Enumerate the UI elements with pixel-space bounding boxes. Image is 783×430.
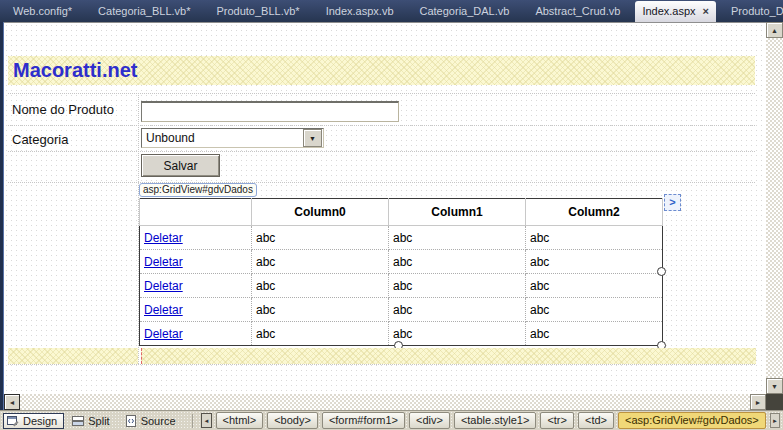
product-name-label: Nome do Produto — [12, 102, 114, 117]
scroll-right-icon[interactable]: ► — [750, 394, 766, 410]
document-tab-bar: Web.config* Categoria_BLL.vb* Produto_BL… — [0, 0, 783, 22]
table-row-divider — [8, 125, 755, 126]
tab-produto-bll[interactable]: Produto_BLL.vb* — [212, 1, 303, 22]
scroll-down-icon[interactable]: ▼ — [766, 378, 783, 394]
breadcrumb-form[interactable]: <form#form1> — [322, 412, 405, 429]
divider — [192, 414, 193, 428]
table-row-divider — [8, 151, 755, 152]
breadcrumb-td[interactable]: <td> — [578, 412, 614, 429]
design-view-label: Design — [23, 415, 57, 427]
table-row: Deletar abc abc abc — [140, 250, 663, 274]
footer-band-right — [141, 348, 756, 364]
design-surface[interactable]: Macoratti.net Nome do Produto Categoria … — [4, 22, 766, 394]
product-name-input[interactable] — [141, 101, 399, 122]
grid-cell: abc — [526, 226, 663, 250]
smart-tag-button[interactable]: > — [664, 194, 681, 211]
breadcrumb-scroll-right-icon[interactable]: ► — [770, 413, 780, 428]
delete-link[interactable]: Deletar — [144, 279, 183, 293]
grid-cell: abc — [389, 274, 526, 298]
resize-handle-middle-right[interactable] — [657, 267, 666, 276]
horizontal-scrollbar[interactable]: ◄ ► — [4, 394, 766, 410]
chevron-down-icon[interactable]: ▼ — [303, 129, 322, 147]
scrollbar-corner — [766, 394, 783, 410]
delete-link[interactable]: Deletar — [144, 327, 183, 341]
grid-cell: abc — [252, 250, 389, 274]
breadcrumb-scroll-left-icon[interactable]: ◄ — [201, 413, 211, 428]
table-row-divider — [8, 182, 755, 183]
table-row: Deletar abc abc abc — [140, 298, 663, 322]
design-view-button[interactable]: Design — [3, 413, 64, 429]
breadcrumb-gridview-selected[interactable]: <asp:GridView#gdvDados> — [618, 412, 766, 429]
page-title: Macoratti.net — [13, 59, 137, 82]
grid-cell: abc — [252, 274, 389, 298]
tab-index-aspx-active[interactable]: Index.aspx × — [635, 1, 716, 22]
split-view-label: Split — [88, 415, 109, 427]
breadcrumb-html[interactable]: <html> — [216, 412, 264, 429]
tab-produto-dal[interactable]: Produto_DAL.vb — [727, 1, 783, 22]
breadcrumb-body[interactable]: <body> — [267, 412, 318, 429]
grid-cell: abc — [389, 226, 526, 250]
save-button[interactable]: Salvar — [141, 154, 220, 177]
footer-band-left — [8, 348, 138, 364]
grid-cell: abc — [252, 226, 389, 250]
breadcrumb-div[interactable]: <div> — [409, 412, 450, 429]
tab-label: Index.aspx — [642, 1, 695, 22]
vertical-scrollbar[interactable]: ▲ ▼ — [766, 22, 783, 394]
breadcrumb-tr[interactable]: <tr> — [540, 412, 574, 429]
tab-web-config[interactable]: Web.config* — [9, 1, 76, 22]
delete-link[interactable]: Deletar — [144, 255, 183, 269]
split-icon — [72, 415, 84, 427]
tab-categoria-dal[interactable]: Categoria_DAL.vb — [416, 1, 514, 22]
grid-cell: abc — [526, 274, 663, 298]
grid-cell: abc — [526, 250, 663, 274]
grid-cell: abc — [526, 298, 663, 322]
grid-cell: abc — [252, 298, 389, 322]
grid-column-header: Column1 — [389, 199, 526, 226]
table-row: Deletar abc abc abc — [140, 274, 663, 298]
grid-cell: abc — [252, 322, 389, 346]
category-dropdown[interactable]: Unbound ▼ — [141, 128, 324, 148]
grid-cell: abc — [389, 322, 526, 346]
tab-index-aspx-vb[interactable]: Index.aspx.vb — [322, 1, 398, 22]
grid-cell: abc — [389, 250, 526, 274]
gridview-control-tag[interactable]: asp:GridView#gdvDados — [139, 183, 257, 197]
scroll-up-icon[interactable]: ▲ — [766, 22, 783, 38]
category-label: Categoria — [12, 132, 68, 147]
scroll-left-icon[interactable]: ◄ — [4, 394, 20, 410]
tab-categoria-bll[interactable]: Categoria_BLL.vb* — [94, 1, 194, 22]
grid-column-header — [140, 199, 252, 226]
table-row-divider — [8, 93, 755, 94]
designer-status-bar: Design Split Source ◄ <html> <body> <for… — [0, 410, 783, 430]
gridview-gdvdados[interactable]: Column0 Column1 Column2 Deletar abc abc … — [139, 198, 663, 346]
table-row-divider — [8, 364, 755, 365]
design-icon — [7, 415, 19, 427]
split-view-button[interactable]: Split — [68, 413, 116, 429]
tab-abstract-crud[interactable]: Abstract_Crud.vb — [531, 1, 624, 22]
grid-cell: abc — [389, 298, 526, 322]
close-icon[interactable]: × — [703, 6, 709, 17]
delete-link[interactable]: Deletar — [144, 231, 183, 245]
table-row: Deletar abc abc abc — [140, 226, 663, 250]
grid-column-header: Column2 — [526, 199, 663, 226]
grid-cell: abc — [526, 322, 663, 346]
delete-link[interactable]: Deletar — [144, 303, 183, 317]
breadcrumb-table[interactable]: <table.style1> — [454, 412, 537, 429]
category-dropdown-value: Unbound — [142, 131, 303, 145]
source-view-label: Source — [141, 415, 176, 427]
gridview-header-row: Column0 Column1 Column2 — [140, 199, 663, 226]
grid-column-header: Column0 — [252, 199, 389, 226]
source-view-button[interactable]: Source — [121, 413, 183, 429]
source-icon — [125, 415, 137, 427]
